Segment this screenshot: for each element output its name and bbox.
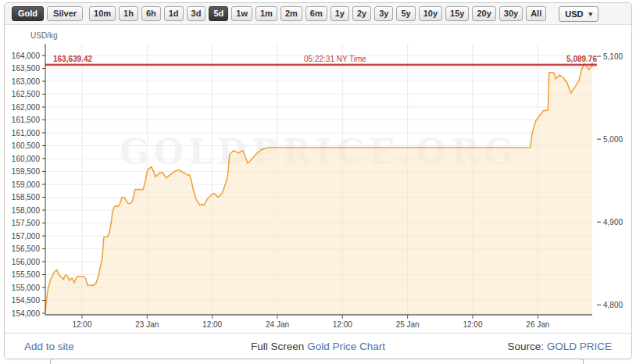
x-axis-label: 26 Jan bbox=[526, 320, 549, 329]
y-axis-label: 158,000 bbox=[12, 206, 41, 215]
source-text: Source: bbox=[507, 341, 544, 352]
range-button-1w[interactable]: 1w bbox=[231, 6, 252, 21]
y-axis-label-right: 4,800 bbox=[603, 301, 623, 309]
range-button-30y[interactable]: 30y bbox=[499, 6, 523, 21]
x-axis-label: 25 Jan bbox=[396, 320, 420, 329]
price-chart[interactable]: GOLDPRICE.ORG164,000163,500163,000162,50… bbox=[5, 25, 631, 332]
metal-button-group: GoldSilver bbox=[12, 6, 83, 21]
y-axis-label: 161,000 bbox=[12, 129, 41, 137]
y-axis-label: 162,000 bbox=[12, 103, 41, 112]
y-axis-label-right: 5,000 bbox=[603, 135, 623, 144]
y-axis-label: 161,500 bbox=[12, 116, 41, 124]
x-axis-label: 12:00 bbox=[72, 320, 91, 329]
range-button-group: 10m1h6h1d3d5d1w1m2m6m1y2y3y5y10y15y20y30… bbox=[89, 6, 546, 21]
range-button-1m[interactable]: 1m bbox=[255, 6, 277, 21]
gold-price-widget: GoldSilver 10m1h6h1d3d5d1w1m2m6m1y2y3y5y… bbox=[4, 2, 632, 359]
chart-region: USD/kg GOLDPRICE.ORG164,000163,500163,00… bbox=[5, 25, 631, 332]
y-axis-label: 156,000 bbox=[12, 258, 41, 266]
x-axis-label: 12:00 bbox=[333, 320, 352, 329]
x-axis-label: 23 Jan bbox=[135, 320, 159, 329]
unit-label: USD/kg bbox=[30, 31, 57, 40]
range-button-1y[interactable]: 1y bbox=[331, 6, 349, 21]
y-axis-label: 155,000 bbox=[12, 284, 41, 292]
x-axis-label: 24 Jan bbox=[266, 320, 289, 329]
currency-select-value: USD bbox=[565, 9, 583, 19]
currency-select[interactable]: USD ▾ bbox=[559, 6, 598, 22]
range-button-20y[interactable]: 20y bbox=[472, 6, 495, 21]
gold-price-chart-link[interactable]: Gold Price Chart bbox=[307, 341, 385, 352]
y-axis-label-right: 5,100 bbox=[603, 52, 623, 61]
y-axis-label: 157,500 bbox=[12, 219, 41, 227]
range-button-10m[interactable]: 10m bbox=[89, 6, 116, 21]
y-axis-label: 159,500 bbox=[12, 167, 41, 176]
y-axis-label: 156,500 bbox=[12, 244, 41, 253]
range-button-6m[interactable]: 6m bbox=[305, 6, 327, 21]
y-axis-label: 164,000 bbox=[12, 52, 41, 60]
embed-preview-partial bbox=[50, 359, 584, 364]
y-axis-label: 154,000 bbox=[12, 309, 41, 318]
chart-footer: Add to site Full Screen Gold Price Chart… bbox=[5, 333, 631, 359]
range-button-15y[interactable]: 15y bbox=[445, 6, 469, 21]
y-axis-label: 162,500 bbox=[12, 90, 41, 98]
range-button-10y[interactable]: 10y bbox=[419, 6, 442, 21]
y-axis-label: 155,500 bbox=[12, 270, 41, 279]
y-axis-label: 159,000 bbox=[12, 180, 41, 189]
range-button-all[interactable]: All bbox=[526, 6, 546, 21]
chevron-down-icon: ▾ bbox=[588, 9, 592, 19]
chart-toolbar: GoldSilver 10m1h6h1d3d5d1w1m2m6m1y2y3y5y… bbox=[5, 3, 631, 25]
y-axis-label-right: 4,900 bbox=[603, 218, 623, 227]
y-axis-label: 163,000 bbox=[12, 77, 41, 86]
range-button-2m[interactable]: 2m bbox=[280, 6, 302, 21]
range-button-2y[interactable]: 2y bbox=[352, 6, 371, 21]
metal-button-silver[interactable]: Silver bbox=[47, 6, 83, 21]
add-to-site-link[interactable]: Add to site bbox=[24, 341, 74, 352]
full-screen-text: Full Screen bbox=[251, 341, 304, 352]
range-button-5y[interactable]: 5y bbox=[396, 6, 415, 21]
current-price-kg-annotation: 163,639.42 bbox=[53, 55, 92, 63]
current-price-oz-annotation: 5,089.76 bbox=[566, 55, 597, 63]
y-axis-label: 160,000 bbox=[12, 155, 41, 163]
y-axis-label: 154,500 bbox=[12, 296, 41, 305]
y-axis-label: 157,000 bbox=[12, 232, 41, 241]
x-axis-label: 12:00 bbox=[202, 320, 222, 329]
source-label: Source: GOLD PRICE bbox=[507, 341, 612, 352]
range-button-1d[interactable]: 1d bbox=[164, 6, 184, 21]
metal-button-gold[interactable]: Gold bbox=[12, 6, 44, 21]
y-axis-label: 160,500 bbox=[12, 141, 41, 150]
series-area bbox=[45, 64, 592, 314]
y-axis-label: 163,500 bbox=[12, 64, 41, 73]
range-button-1h[interactable]: 1h bbox=[119, 6, 138, 21]
ny-time-annotation: 05:22:31 NY Time bbox=[304, 55, 366, 63]
x-axis-label: 12:00 bbox=[463, 320, 482, 329]
range-button-3y[interactable]: 3y bbox=[374, 6, 393, 21]
range-button-5d[interactable]: 5d bbox=[209, 6, 228, 21]
range-button-6h[interactable]: 6h bbox=[141, 6, 161, 21]
source-gold-price-link[interactable]: GOLD PRICE bbox=[547, 341, 612, 352]
range-button-3d[interactable]: 3d bbox=[187, 6, 206, 21]
y-axis-label: 158,500 bbox=[12, 193, 41, 202]
